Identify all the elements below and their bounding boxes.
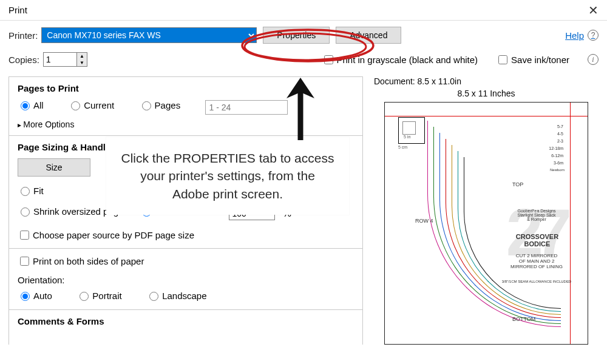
window-title: Print <box>8 5 27 15</box>
title-bar: Print ✕ <box>0 0 607 21</box>
copies-spinner[interactable]: ▲ ▼ <box>76 52 87 67</box>
close-icon[interactable]: ✕ <box>588 3 599 18</box>
help-icon: ? <box>588 30 599 41</box>
printer-select[interactable]: Canon MX710 series FAX WS <box>41 27 257 43</box>
pages-range-radio[interactable]: Pages <box>139 99 181 110</box>
page-size-label: 8.5 x 11 Inches <box>374 89 599 98</box>
grayscale-checkbox[interactable]: Print in grayscale (black and white) <box>322 53 478 66</box>
orientation-label: Orientation: <box>18 275 354 285</box>
info-icon[interactable]: i <box>588 54 599 65</box>
comments-section: Comments & Forms <box>9 310 362 339</box>
orientation-portrait-radio[interactable]: Portrait <box>76 290 121 301</box>
guide-line <box>385 116 588 116</box>
preview-panel: Document: 8.5 x 11.0in 8.5 x 11 Inches 5… <box>374 76 599 345</box>
document-info: Document: 8.5 x 11.0in <box>374 76 599 86</box>
help-link[interactable]: Help ? <box>565 30 599 41</box>
pages-current-radio[interactable]: Current <box>68 99 114 110</box>
copies-input[interactable] <box>43 52 77 67</box>
pages-all-radio[interactable]: All <box>18 99 44 110</box>
duplex-section: Print on both sides of paper Orientation… <box>9 249 362 310</box>
page-preview: 5 in 5 cm 27 5-7 4-5 2-3 12-18m 6-12m 3-… <box>384 102 588 345</box>
comments-heading: Comments & Forms <box>18 316 354 326</box>
orientation-auto-radio[interactable]: Auto <box>18 290 52 301</box>
annotation-callout: Click the PROPERTIES tab to access your … <box>106 137 349 215</box>
save-ink-checkbox[interactable]: Save ink/toner <box>496 53 569 66</box>
orientation-landscape-radio[interactable]: Landscape <box>146 290 206 301</box>
spinner-down-icon[interactable]: ▼ <box>77 59 87 66</box>
both-sides-checkbox[interactable]: Print on both sides of paper <box>18 255 144 268</box>
scale-box-icon: 5 in <box>398 117 425 144</box>
size-button[interactable]: Size <box>18 158 90 177</box>
copies-row: Copies: ▲ ▼ Print in grayscale (black an… <box>8 52 599 67</box>
fit-radio[interactable]: Fit <box>18 185 44 196</box>
printer-row: Printer: Canon MX710 series FAX WS Prope… <box>8 27 599 44</box>
pages-heading: Pages to Print <box>18 83 354 93</box>
more-options-toggle[interactable]: More Options <box>18 120 354 129</box>
printer-label: Printer: <box>8 30 38 41</box>
pages-to-print-section: Pages to Print All Current Pages More Op… <box>9 77 362 136</box>
properties-button[interactable]: Properties <box>263 27 330 44</box>
spinner-up-icon[interactable]: ▲ <box>77 53 87 59</box>
paper-source-checkbox[interactable]: Choose paper source by PDF page size <box>18 229 194 241</box>
guide-line <box>570 103 571 344</box>
pages-range-input[interactable] <box>205 100 288 115</box>
advanced-button[interactable]: Advanced <box>336 27 401 44</box>
copies-label: Copies: <box>8 55 39 65</box>
